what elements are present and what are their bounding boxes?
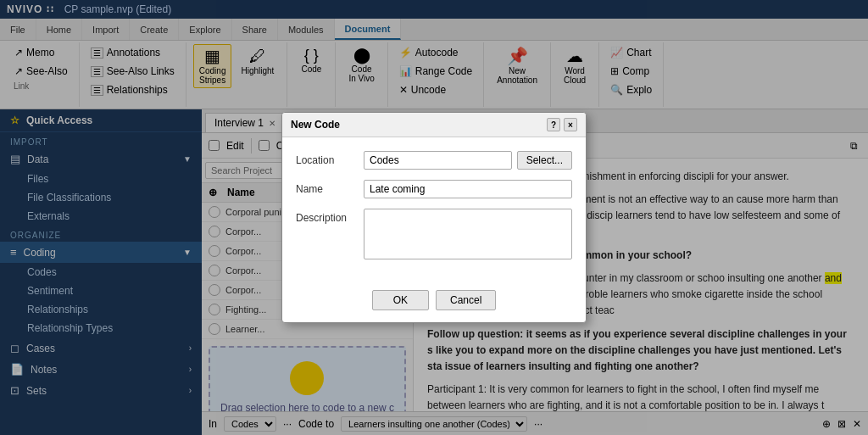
- modal-footer: OK Cancel: [282, 283, 586, 322]
- modal-select-button[interactable]: Select...: [517, 151, 572, 170]
- modal-name-row: Name: [296, 180, 572, 198]
- modal-location-row: Location Select...: [296, 151, 572, 170]
- modal-controls: ? ×: [547, 118, 577, 131]
- modal-title-text: New Code: [291, 119, 340, 131]
- modal-location-label: Location: [296, 151, 364, 166]
- modal-title-bar: New Code ? ×: [282, 113, 586, 137]
- modal-name-input[interactable]: [364, 180, 572, 198]
- modal-description-input[interactable]: [364, 209, 572, 259]
- modal-location-input[interactable]: [364, 151, 512, 170]
- modal-overlay: New Code ? × Location Select... Name Des…: [0, 0, 868, 435]
- modal-help-button[interactable]: ?: [547, 118, 560, 131]
- modal-body: Location Select... Name Description: [282, 137, 586, 283]
- modal-description-label: Description: [296, 209, 364, 224]
- modal-close-button[interactable]: ×: [564, 118, 577, 131]
- modal-cancel-button[interactable]: Cancel: [436, 290, 496, 310]
- new-code-modal: New Code ? × Location Select... Name Des…: [281, 112, 587, 323]
- modal-description-row: Description: [296, 209, 572, 259]
- modal-name-label: Name: [296, 180, 364, 195]
- modal-ok-button[interactable]: OK: [372, 290, 429, 310]
